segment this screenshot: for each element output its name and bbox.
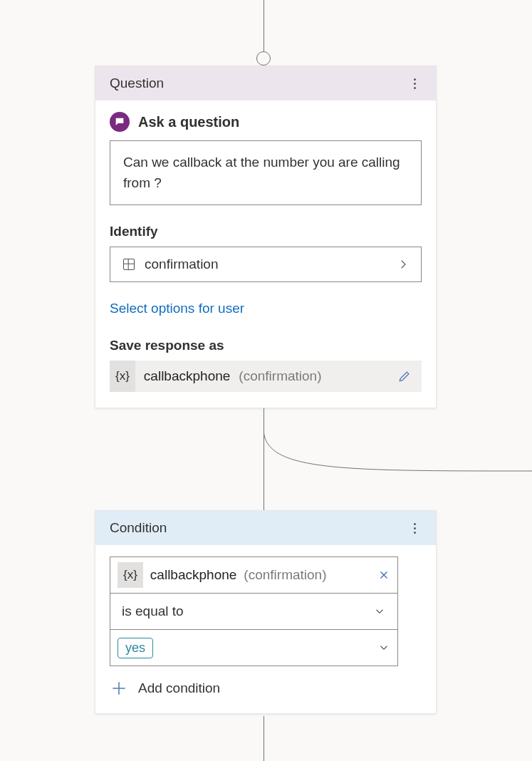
svg-rect-0	[124, 259, 135, 270]
ask-question-section: Ask a question	[110, 112, 422, 132]
condition-expression: {x} callbackphone (confirmation) is equa…	[110, 556, 398, 666]
condition-operator-select[interactable]: is equal to	[110, 593, 397, 629]
question-text-input[interactable]: Can we callback at the number you are ca…	[110, 140, 422, 205]
condition-variable-name: callbackphone	[150, 567, 236, 583]
connector-curve-icon	[264, 400, 532, 499]
clear-variable-button[interactable]	[377, 569, 390, 581]
select-options-link[interactable]: Select options for user	[110, 301, 244, 316]
chevron-down-icon	[373, 605, 386, 618]
condition-value-select[interactable]: yes	[110, 629, 397, 666]
chevron-right-icon	[397, 258, 410, 271]
question-node[interactable]: Question Ask a question Can we callback …	[95, 66, 437, 408]
identify-label: Identify	[110, 224, 422, 239]
condition-variable-type: (confirmation)	[244, 567, 326, 583]
variable-name: callbackphone	[144, 368, 230, 384]
identify-value: confirmation	[145, 257, 219, 272]
chat-bubble-icon	[110, 112, 130, 132]
condition-body: {x} callbackphone (confirmation) is equa…	[95, 545, 436, 713]
question-more-button[interactable]	[407, 76, 422, 90]
chevron-down-icon	[377, 641, 390, 654]
condition-header: Condition	[95, 511, 436, 545]
add-condition-button[interactable]: Add condition	[110, 679, 422, 698]
plus-icon	[110, 679, 128, 698]
variable-type: (confirmation)	[239, 368, 321, 384]
variable-badge-icon: {x}	[118, 562, 143, 588]
question-header-title: Question	[110, 76, 164, 91]
edit-variable-button[interactable]	[397, 369, 412, 383]
condition-more-button[interactable]	[407, 521, 422, 535]
condition-operator-value: is equal to	[122, 604, 184, 619]
flow-canvas: Question Ask a question Can we callback …	[0, 0, 532, 761]
connector-line-top	[264, 0, 264, 57]
save-response-label: Save response as	[110, 338, 422, 353]
ask-question-title: Ask a question	[138, 114, 239, 130]
connector-line-bottom	[264, 716, 264, 761]
question-header: Question	[95, 66, 436, 100]
identify-select[interactable]: confirmation	[110, 247, 422, 282]
condition-node[interactable]: Condition {x} callbackphone (confirmatio…	[95, 510, 437, 714]
condition-variable-row[interactable]: {x} callbackphone (confirmation)	[110, 557, 397, 593]
question-body: Ask a question Can we callback at the nu…	[95, 100, 436, 408]
condition-value-pill: yes	[118, 638, 153, 658]
anchor-node-icon	[256, 51, 271, 66]
condition-header-title: Condition	[110, 520, 167, 536]
variable-badge-icon: {x}	[110, 361, 135, 392]
add-condition-label: Add condition	[138, 680, 220, 696]
entity-icon	[122, 257, 136, 271]
save-response-variable[interactable]: {x} callbackphone (confirmation)	[110, 361, 422, 392]
